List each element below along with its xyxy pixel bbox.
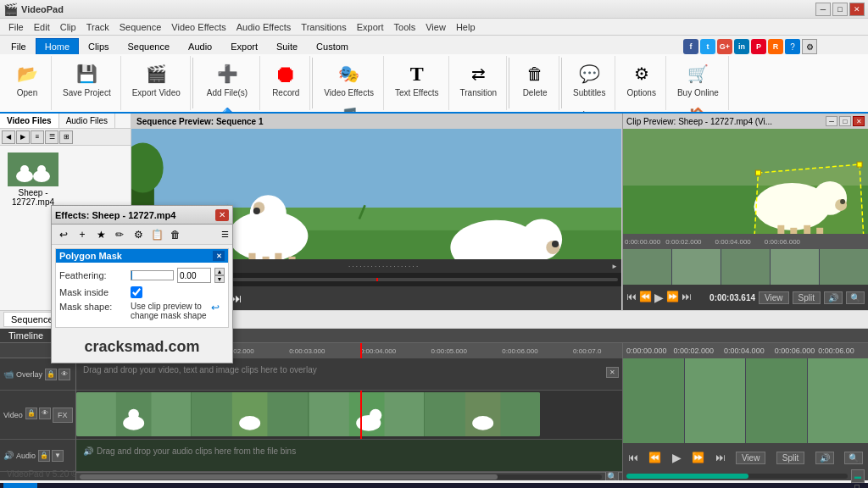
- preview-button[interactable]: ▶ Preview: [570, 100, 609, 114]
- file-tool-btn-3[interactable]: ≡: [31, 130, 44, 144]
- clip-extra-btn[interactable]: 🔊: [824, 291, 843, 304]
- tab-custom[interactable]: Custom: [307, 38, 358, 54]
- timeline-scrollbar-thumb[interactable]: [80, 474, 498, 480]
- effects-tool-gear[interactable]: ⚙: [130, 226, 147, 243]
- clip-progress-track[interactable]: [626, 474, 848, 479]
- clip-prev-back[interactable]: ⏪: [639, 291, 652, 304]
- feathering-down[interactable]: ▼: [214, 275, 225, 283]
- timeline-scrollbar[interactable]: 🔍: [76, 472, 622, 480]
- twitter-icon[interactable]: t: [700, 39, 715, 54]
- add-objects-button[interactable]: 🔷 Add Objects: [200, 100, 254, 114]
- tab-audio-files[interactable]: Audio Files: [59, 114, 115, 128]
- transition-button[interactable]: ⇄ Transition: [456, 58, 502, 100]
- help-icon[interactable]: ?: [785, 39, 800, 54]
- subtitles-button[interactable]: 💬 Subtitles: [569, 58, 609, 100]
- mask-shape-reset[interactable]: ↩: [211, 302, 225, 315]
- effects-close-button[interactable]: ✕: [215, 209, 229, 221]
- save-project-button[interactable]: 💾 Save Project: [58, 58, 115, 100]
- mask-inside-checkbox[interactable]: [131, 286, 142, 298]
- cp-ctrl-play[interactable]: ▶: [672, 451, 682, 464]
- cp-ctrl-fwd[interactable]: ⏩: [692, 452, 704, 463]
- text-effects-button[interactable]: T Text Effects: [391, 58, 443, 100]
- clip-view-btn[interactable]: View: [759, 291, 789, 304]
- google-icon[interactable]: G+: [717, 39, 732, 54]
- audio-effects-button[interactable]: 🎵 Audio Effects: [320, 100, 378, 114]
- video-mute[interactable]: 🔒: [25, 408, 37, 419]
- overlay-mute[interactable]: 🔒: [45, 369, 57, 380]
- cp-ctrl-start[interactable]: ⏮: [628, 452, 638, 463]
- clip-prev-end[interactable]: ⏭: [682, 291, 692, 304]
- overlay-eye[interactable]: 👁: [58, 369, 70, 380]
- clip-zoom-btn[interactable]: 🔍: [846, 291, 865, 304]
- file-tool-btn-1[interactable]: ◀: [2, 130, 15, 144]
- minimize-button[interactable]: ─: [815, 3, 831, 16]
- clip-prev-start[interactable]: ⏮: [626, 291, 637, 304]
- cp-view-btn[interactable]: View: [736, 452, 766, 464]
- menu-sequence[interactable]: Sequence: [114, 20, 167, 34]
- clip-preview-close[interactable]: ✕: [853, 116, 865, 126]
- close-button[interactable]: ✕: [849, 3, 865, 16]
- video-clip[interactable]: [76, 392, 540, 436]
- clip-preview-maximize[interactable]: □: [839, 116, 851, 126]
- export-video-button[interactable]: 🎬 Export Video: [128, 58, 185, 100]
- menu-audio-effects[interactable]: Audio Effects: [231, 20, 297, 34]
- facebook-icon[interactable]: f: [683, 39, 698, 54]
- record-button[interactable]: ⏺ Record: [267, 58, 304, 100]
- delete-button[interactable]: 🗑 Delete: [516, 58, 554, 100]
- add-files-button[interactable]: ➕ Add File(s): [203, 58, 252, 100]
- cp-ctrl-end[interactable]: ⏭: [715, 452, 726, 463]
- clip-preview-minimize[interactable]: ─: [826, 116, 837, 126]
- mask-handle-tl[interactable]: [755, 170, 760, 175]
- nch-suite-button[interactable]: 🏠 NCH Suite: [674, 100, 722, 114]
- open-button[interactable]: 📂 Open: [8, 58, 46, 100]
- maximize-button[interactable]: □: [832, 3, 848, 16]
- tab-video-files[interactable]: Video Files: [0, 114, 59, 128]
- timeline-tab[interactable]: Timeline: [0, 329, 53, 342]
- tab-home[interactable]: Home: [36, 38, 79, 54]
- effects-tool-copy[interactable]: 📋: [148, 226, 165, 243]
- audio-level[interactable]: ▼: [52, 450, 64, 462]
- cp-ctrl-back[interactable]: ⏪: [648, 452, 661, 463]
- buy-online-button[interactable]: 🛒 Buy Online: [673, 58, 723, 100]
- menu-transitions[interactable]: Transitions: [296, 20, 351, 34]
- tab-suite[interactable]: Suite: [267, 38, 307, 54]
- audio-mute[interactable]: 🔒: [38, 450, 50, 462]
- start-button[interactable]: [3, 483, 37, 488]
- clip-split-btn[interactable]: Split: [793, 291, 821, 304]
- tab-file[interactable]: File: [2, 38, 36, 54]
- settings-icon[interactable]: ⚙: [802, 39, 817, 54]
- tab-audio[interactable]: Audio: [179, 38, 221, 54]
- file-tool-btn-5[interactable]: ⊞: [59, 130, 73, 144]
- menu-track[interactable]: Track: [81, 20, 114, 34]
- tab-sequence[interactable]: Sequence: [119, 38, 180, 54]
- cp-zoom-btn[interactable]: 🔍: [844, 452, 863, 464]
- menu-export[interactable]: Export: [352, 20, 389, 34]
- cp-audio-btn[interactable]: 🔊: [815, 452, 834, 464]
- effects-tool-menu[interactable]: ☰: [221, 230, 229, 239]
- feathering-up[interactable]: ▲: [214, 268, 225, 275]
- effects-tool-star[interactable]: ★: [92, 226, 109, 243]
- effects-tool-arrow[interactable]: ↩: [55, 226, 72, 243]
- tab-export[interactable]: Export: [221, 38, 267, 54]
- effects-tool-add[interactable]: +: [74, 226, 91, 243]
- rss-icon[interactable]: R: [768, 39, 783, 54]
- undo-button[interactable]: ↩ Undo: [516, 100, 554, 114]
- file-tool-btn-2[interactable]: ▶: [16, 130, 30, 144]
- menu-help[interactable]: Help: [451, 20, 481, 34]
- clip-prev-fwd[interactable]: ⏩: [666, 291, 679, 304]
- effects-tool-pencil[interactable]: ✏: [111, 226, 128, 243]
- mask-handle-tr[interactable]: [857, 162, 862, 167]
- cp-split-btn[interactable]: Split: [776, 452, 804, 464]
- feathering-slider[interactable]: [131, 270, 174, 280]
- menu-clip[interactable]: Clip: [55, 20, 81, 34]
- file-tool-btn-4[interactable]: ☰: [45, 130, 58, 144]
- menu-file[interactable]: File: [3, 20, 29, 34]
- clip-prev-play[interactable]: ▶: [654, 291, 664, 304]
- feathering-input[interactable]: [177, 268, 211, 283]
- effects-tool-delete[interactable]: 🗑: [167, 226, 184, 243]
- show-desktop-button[interactable]: [854, 485, 860, 488]
- menu-video-effects[interactable]: Video Effects: [166, 20, 231, 34]
- poly-mask-close[interactable]: ✕: [213, 251, 225, 261]
- linkedin-icon[interactable]: in: [734, 39, 749, 54]
- options-button[interactable]: ⚙ Options: [622, 58, 659, 100]
